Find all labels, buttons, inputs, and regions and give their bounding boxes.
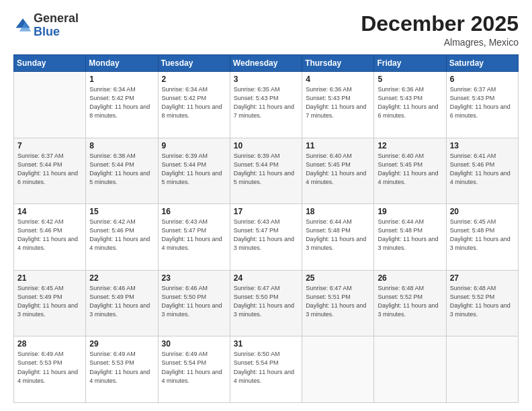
table-row: 11Sunrise: 6:40 AMSunset: 5:45 PMDayligh… bbox=[302, 138, 374, 204]
day-number: 12 bbox=[378, 141, 442, 150]
day-number: 2 bbox=[162, 75, 226, 84]
day-number: 13 bbox=[450, 141, 515, 150]
day-info: Sunrise: 6:49 AMSunset: 5:53 PMDaylight:… bbox=[89, 350, 154, 385]
day-info: Sunrise: 6:34 AMSunset: 5:42 PMDaylight:… bbox=[162, 85, 226, 120]
table-row bbox=[302, 336, 374, 403]
table-row bbox=[374, 336, 446, 403]
title-block: December 2025 Almagres, Mexico bbox=[361, 12, 519, 48]
logo-general-text: General bbox=[34, 11, 79, 25]
day-info: Sunrise: 6:35 AMSunset: 5:43 PMDaylight:… bbox=[234, 85, 298, 120]
col-wednesday: Wednesday bbox=[230, 55, 302, 72]
day-info: Sunrise: 6:34 AMSunset: 5:42 PMDaylight:… bbox=[89, 85, 154, 120]
col-friday: Friday bbox=[374, 55, 446, 72]
page: General Blue December 2025 Almagres, Mex… bbox=[0, 0, 532, 411]
table-row bbox=[446, 336, 518, 403]
day-info: Sunrise: 6:43 AMSunset: 5:47 PMDaylight:… bbox=[234, 218, 298, 253]
table-row: 22Sunrise: 6:46 AMSunset: 5:49 PMDayligh… bbox=[86, 270, 158, 336]
table-row: 5Sunrise: 6:36 AMSunset: 5:43 PMDaylight… bbox=[374, 72, 446, 138]
day-number: 20 bbox=[450, 207, 515, 216]
col-saturday: Saturday bbox=[446, 55, 518, 72]
calendar-week-row: 14Sunrise: 6:42 AMSunset: 5:46 PMDayligh… bbox=[14, 204, 519, 271]
day-number: 29 bbox=[89, 339, 154, 349]
logo-icon bbox=[13, 16, 32, 35]
day-info: Sunrise: 6:41 AMSunset: 5:46 PMDaylight:… bbox=[450, 152, 515, 187]
day-info: Sunrise: 6:46 AMSunset: 5:50 PMDaylight:… bbox=[162, 284, 226, 319]
day-info: Sunrise: 6:40 AMSunset: 5:45 PMDaylight:… bbox=[378, 152, 442, 187]
day-number: 15 bbox=[89, 207, 154, 216]
day-number: 6 bbox=[450, 75, 515, 84]
day-info: Sunrise: 6:47 AMSunset: 5:51 PMDaylight:… bbox=[306, 284, 370, 319]
day-info: Sunrise: 6:45 AMSunset: 5:49 PMDaylight:… bbox=[17, 284, 82, 319]
day-number: 1 bbox=[89, 75, 154, 84]
table-row bbox=[14, 72, 86, 138]
col-sunday: Sunday bbox=[14, 55, 86, 72]
table-row: 29Sunrise: 6:49 AMSunset: 5:53 PMDayligh… bbox=[86, 336, 158, 403]
table-row: 16Sunrise: 6:43 AMSunset: 5:47 PMDayligh… bbox=[158, 204, 230, 271]
table-row: 23Sunrise: 6:46 AMSunset: 5:50 PMDayligh… bbox=[158, 270, 230, 336]
table-row: 31Sunrise: 6:50 AMSunset: 5:54 PMDayligh… bbox=[230, 336, 302, 403]
day-info: Sunrise: 6:42 AMSunset: 5:46 PMDaylight:… bbox=[17, 218, 82, 253]
day-info: Sunrise: 6:46 AMSunset: 5:49 PMDaylight:… bbox=[89, 284, 154, 319]
day-number: 23 bbox=[162, 273, 226, 283]
day-info: Sunrise: 6:48 AMSunset: 5:52 PMDaylight:… bbox=[450, 284, 515, 319]
calendar-week-row: 21Sunrise: 6:45 AMSunset: 5:49 PMDayligh… bbox=[14, 270, 519, 336]
day-info: Sunrise: 6:49 AMSunset: 5:54 PMDaylight:… bbox=[162, 350, 226, 385]
table-row: 12Sunrise: 6:40 AMSunset: 5:45 PMDayligh… bbox=[374, 138, 446, 204]
day-info: Sunrise: 6:42 AMSunset: 5:46 PMDaylight:… bbox=[89, 218, 154, 253]
table-row: 18Sunrise: 6:44 AMSunset: 5:48 PMDayligh… bbox=[302, 204, 374, 271]
month-title: December 2025 bbox=[361, 12, 519, 36]
day-number: 16 bbox=[162, 207, 226, 216]
header: General Blue December 2025 Almagres, Mex… bbox=[13, 12, 519, 48]
calendar-header-row: Sunday Monday Tuesday Wednesday Thursday… bbox=[14, 55, 519, 72]
day-number: 4 bbox=[306, 75, 370, 84]
calendar-table: Sunday Monday Tuesday Wednesday Thursday… bbox=[13, 54, 519, 403]
table-row: 10Sunrise: 6:39 AMSunset: 5:44 PMDayligh… bbox=[230, 138, 302, 204]
day-number: 24 bbox=[234, 273, 298, 283]
location: Almagres, Mexico bbox=[361, 37, 519, 48]
day-info: Sunrise: 6:37 AMSunset: 5:43 PMDaylight:… bbox=[450, 85, 515, 120]
day-info: Sunrise: 6:39 AMSunset: 5:44 PMDaylight:… bbox=[162, 152, 226, 187]
day-info: Sunrise: 6:40 AMSunset: 5:45 PMDaylight:… bbox=[306, 152, 370, 187]
day-number: 3 bbox=[234, 75, 298, 84]
day-number: 27 bbox=[450, 273, 515, 283]
table-row: 1Sunrise: 6:34 AMSunset: 5:42 PMDaylight… bbox=[86, 72, 158, 138]
day-number: 28 bbox=[17, 339, 82, 349]
table-row: 30Sunrise: 6:49 AMSunset: 5:54 PMDayligh… bbox=[158, 336, 230, 403]
day-info: Sunrise: 6:48 AMSunset: 5:52 PMDaylight:… bbox=[378, 284, 442, 319]
day-number: 26 bbox=[378, 273, 442, 283]
day-info: Sunrise: 6:38 AMSunset: 5:44 PMDaylight:… bbox=[89, 152, 154, 187]
table-row: 7Sunrise: 6:37 AMSunset: 5:44 PMDaylight… bbox=[14, 138, 86, 204]
day-info: Sunrise: 6:49 AMSunset: 5:53 PMDaylight:… bbox=[17, 350, 82, 385]
day-number: 21 bbox=[17, 273, 82, 283]
day-info: Sunrise: 6:44 AMSunset: 5:48 PMDaylight:… bbox=[306, 218, 370, 253]
day-info: Sunrise: 6:36 AMSunset: 5:43 PMDaylight:… bbox=[306, 85, 370, 120]
day-number: 19 bbox=[378, 207, 442, 216]
calendar-week-row: 1Sunrise: 6:34 AMSunset: 5:42 PMDaylight… bbox=[14, 72, 519, 138]
logo-blue-text: Blue bbox=[34, 25, 60, 38]
table-row: 19Sunrise: 6:44 AMSunset: 5:48 PMDayligh… bbox=[374, 204, 446, 271]
day-number: 22 bbox=[89, 273, 154, 283]
table-row: 25Sunrise: 6:47 AMSunset: 5:51 PMDayligh… bbox=[302, 270, 374, 336]
table-row: 26Sunrise: 6:48 AMSunset: 5:52 PMDayligh… bbox=[374, 270, 446, 336]
calendar-week-row: 28Sunrise: 6:49 AMSunset: 5:53 PMDayligh… bbox=[14, 336, 519, 403]
day-info: Sunrise: 6:50 AMSunset: 5:54 PMDaylight:… bbox=[234, 350, 298, 385]
day-number: 17 bbox=[234, 207, 298, 216]
table-row: 13Sunrise: 6:41 AMSunset: 5:46 PMDayligh… bbox=[446, 138, 518, 204]
table-row: 8Sunrise: 6:38 AMSunset: 5:44 PMDaylight… bbox=[86, 138, 158, 204]
table-row: 6Sunrise: 6:37 AMSunset: 5:43 PMDaylight… bbox=[446, 72, 518, 138]
table-row: 28Sunrise: 6:49 AMSunset: 5:53 PMDayligh… bbox=[14, 336, 86, 403]
col-monday: Monday bbox=[86, 55, 158, 72]
table-row: 15Sunrise: 6:42 AMSunset: 5:46 PMDayligh… bbox=[86, 204, 158, 271]
day-number: 11 bbox=[306, 141, 370, 150]
day-number: 30 bbox=[162, 339, 226, 349]
table-row: 21Sunrise: 6:45 AMSunset: 5:49 PMDayligh… bbox=[14, 270, 86, 336]
table-row: 3Sunrise: 6:35 AMSunset: 5:43 PMDaylight… bbox=[230, 72, 302, 138]
day-number: 31 bbox=[234, 339, 298, 349]
col-thursday: Thursday bbox=[302, 55, 374, 72]
table-row: 2Sunrise: 6:34 AMSunset: 5:42 PMDaylight… bbox=[158, 72, 230, 138]
table-row: 27Sunrise: 6:48 AMSunset: 5:52 PMDayligh… bbox=[446, 270, 518, 336]
table-row: 17Sunrise: 6:43 AMSunset: 5:47 PMDayligh… bbox=[230, 204, 302, 271]
table-row: 20Sunrise: 6:45 AMSunset: 5:48 PMDayligh… bbox=[446, 204, 518, 271]
day-info: Sunrise: 6:44 AMSunset: 5:48 PMDaylight:… bbox=[378, 218, 442, 253]
table-row: 4Sunrise: 6:36 AMSunset: 5:43 PMDaylight… bbox=[302, 72, 374, 138]
